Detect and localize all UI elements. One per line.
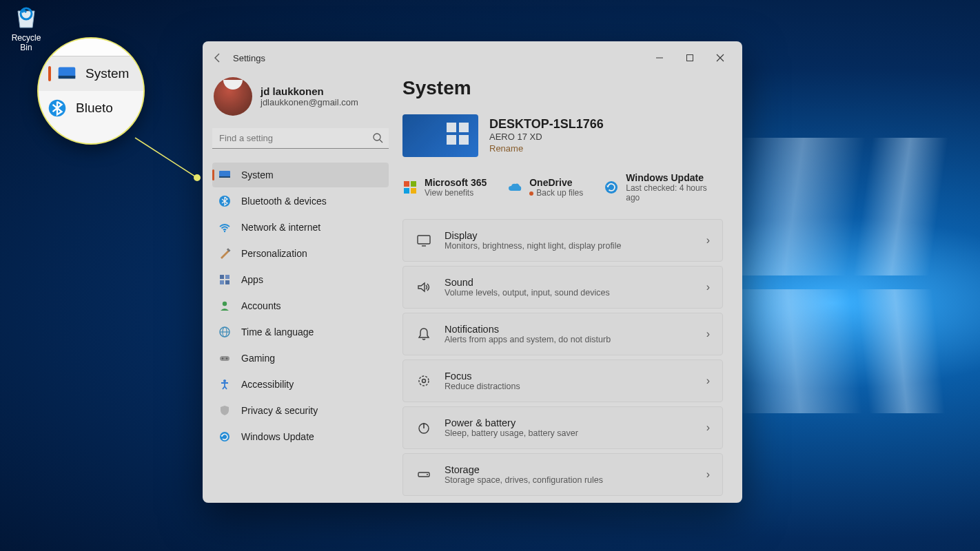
search-input[interactable] xyxy=(212,128,389,149)
minimize-button[interactable] xyxy=(644,47,675,69)
nav-personalization[interactable]: Personalization xyxy=(212,241,389,266)
svg-point-19 xyxy=(226,357,227,359)
card-title: Power & battery xyxy=(445,417,578,428)
apps-icon xyxy=(218,273,232,287)
device-name: DESKTOP-1SL1766 xyxy=(489,117,604,132)
accessibility-icon xyxy=(218,377,232,391)
update-icon xyxy=(218,430,232,444)
status-onedrive[interactable]: OneDriveBack up files xyxy=(507,172,583,202)
nav-network[interactable]: Network & internet xyxy=(212,215,389,240)
status-title: Microsoft 365 xyxy=(425,177,487,188)
svg-rect-27 xyxy=(418,236,430,244)
m365-icon xyxy=(402,180,418,195)
monitor-icon xyxy=(58,65,76,83)
callout-row-bluetooth: Blueto xyxy=(39,91,143,125)
main-panel: System DESKTOP-1SL1766 AERO 17 XD Rename… xyxy=(398,74,742,503)
chevron-right-icon: › xyxy=(706,281,710,293)
recycle-bin-icon xyxy=(12,3,40,30)
card-display[interactable]: DisplayMonitors, brightness, night light… xyxy=(402,219,723,262)
nav-label: Network & internet xyxy=(241,222,320,233)
svg-point-29 xyxy=(419,376,429,386)
status-windows-update[interactable]: Windows UpdateLast checked: 4 hours ago xyxy=(604,172,723,202)
chevron-right-icon: › xyxy=(706,468,710,481)
nav-label: Privacy & security xyxy=(241,405,318,416)
nav-privacy[interactable]: Privacy & security xyxy=(212,398,389,423)
nav-time-language[interactable]: Time & language xyxy=(212,320,389,344)
close-button[interactable] xyxy=(705,47,735,69)
svg-rect-10 xyxy=(225,275,229,279)
nav-label: System xyxy=(241,169,274,180)
nav-label: Windows Update xyxy=(241,431,314,442)
avatar xyxy=(214,77,252,116)
svg-rect-24 xyxy=(404,188,409,194)
nav-system[interactable]: System xyxy=(212,163,389,187)
device-model: AERO 17 XD xyxy=(489,132,604,142)
sidebar: jd laukkonen jdlaukkonen@gmail.com Syste… xyxy=(203,74,398,503)
svg-rect-25 xyxy=(411,188,416,194)
card-sound[interactable]: SoundVolume levels, output, input, sound… xyxy=(402,266,723,309)
card-sub: Reduce distractions xyxy=(445,382,520,391)
display-icon xyxy=(416,233,432,248)
nav-label: Time & language xyxy=(241,326,314,337)
svg-point-7 xyxy=(224,231,225,232)
page-title: System xyxy=(402,77,723,99)
callout-label: System xyxy=(85,66,129,81)
chevron-right-icon: › xyxy=(706,375,710,387)
status-sub: View benefits xyxy=(425,188,487,198)
svg-rect-11 xyxy=(220,280,224,284)
monitor-icon xyxy=(218,168,232,182)
wifi-icon xyxy=(218,220,232,234)
status-title: Windows Update xyxy=(626,172,723,183)
profile-block[interactable]: jd laukkonen jdlaukkonen@gmail.com xyxy=(212,74,389,128)
warning-dot-icon xyxy=(529,191,533,196)
svg-point-2 xyxy=(374,134,380,141)
window-title: Settings xyxy=(233,53,265,63)
brush-icon xyxy=(218,247,232,260)
nav-gaming[interactable]: Gaming xyxy=(212,346,389,371)
nav-apps[interactable]: Apps xyxy=(212,267,389,292)
nav-accessibility[interactable]: Accessibility xyxy=(212,372,389,397)
back-button[interactable] xyxy=(210,50,226,66)
card-sub: Alerts from apps and system, do not dist… xyxy=(445,335,611,344)
nav-windows-update[interactable]: Windows Update xyxy=(212,424,389,449)
focus-icon xyxy=(416,373,432,388)
card-focus[interactable]: FocusReduce distractions › xyxy=(402,360,723,402)
callout-leader-line xyxy=(135,138,211,186)
nav-label: Apps xyxy=(241,274,263,285)
card-power[interactable]: Power & batterySleep, battery usage, bat… xyxy=(402,406,723,449)
svg-rect-5 xyxy=(219,176,230,178)
svg-rect-17 xyxy=(220,356,229,361)
nav-accounts[interactable]: Accounts xyxy=(212,293,389,318)
storage-icon xyxy=(416,467,432,482)
card-storage[interactable]: StorageStorage space, drives, configurat… xyxy=(402,453,723,496)
nav-label: Accounts xyxy=(241,300,281,311)
rename-link[interactable]: Rename xyxy=(489,143,523,154)
card-notifications[interactable]: NotificationsAlerts from apps and system… xyxy=(402,313,723,355)
maximize-button[interactable] xyxy=(675,47,705,69)
update-icon xyxy=(604,180,619,195)
svg-point-26 xyxy=(605,181,617,194)
nav-label: Personalization xyxy=(241,248,307,259)
status-row: Microsoft 365View benefits OneDriveBack … xyxy=(402,172,723,202)
nav-label: Accessibility xyxy=(241,379,294,390)
svg-rect-36 xyxy=(59,76,76,79)
card-title: Notifications xyxy=(445,324,611,335)
desktop-icon-recycle-bin[interactable]: Recycle Bin xyxy=(6,3,47,52)
card-title: Sound xyxy=(445,277,610,288)
status-sub: Last checked: 4 hours ago xyxy=(626,183,723,202)
card-title: Storage xyxy=(445,464,603,475)
settings-cards: DisplayMonitors, brightness, night light… xyxy=(402,219,723,496)
nav-bluetooth[interactable]: Bluetooth & devices xyxy=(212,189,389,214)
globe-icon xyxy=(218,325,232,339)
nav-label: Bluetooth & devices xyxy=(241,196,327,207)
sound-icon xyxy=(416,280,432,295)
card-title: Focus xyxy=(445,371,520,382)
svg-rect-22 xyxy=(404,181,409,187)
bluetooth-icon xyxy=(218,194,232,208)
svg-rect-12 xyxy=(225,280,229,284)
status-m365[interactable]: Microsoft 365View benefits xyxy=(402,172,487,202)
chevron-right-icon: › xyxy=(706,328,710,340)
chevron-right-icon: › xyxy=(706,422,710,434)
wallpaper-windows-logo xyxy=(732,138,939,413)
card-sub: Volume levels, output, input, sound devi… xyxy=(445,288,610,298)
